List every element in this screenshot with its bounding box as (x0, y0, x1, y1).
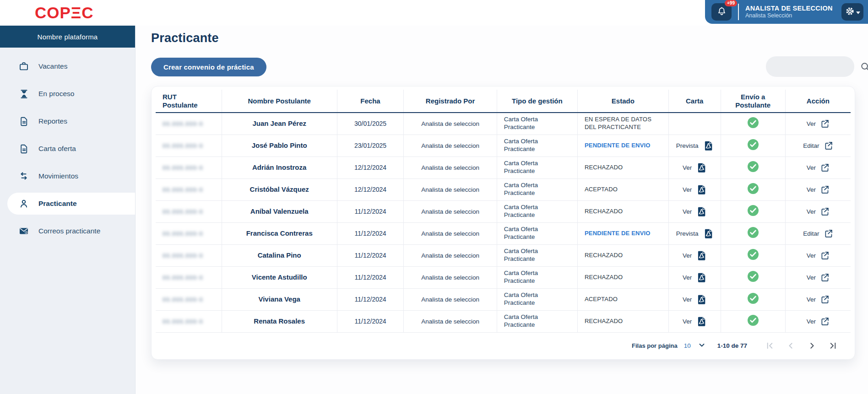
sidebar-item-carta-oferta[interactable]: Carta oferta (0, 135, 135, 162)
cell-rut: 88.888.888-8 (156, 200, 222, 222)
search-input[interactable] (766, 63, 860, 70)
ver-action-button[interactable]: Ver (786, 317, 851, 326)
check-circle-icon (747, 314, 759, 326)
accion-label[interactable]: Ver (807, 274, 816, 281)
table-row: 88.888.888-8Aníbal Valenzuela11/12/2024A… (156, 200, 851, 222)
accion-label[interactable]: Editar (803, 230, 819, 237)
external-link-icon[interactable] (820, 119, 830, 129)
carta-link[interactable]: Ver (669, 206, 721, 217)
postulante-name: Renata Rosales (254, 317, 305, 325)
cell-carta: Ver (668, 200, 721, 222)
sidebar-nav: VacantesEn procesoReportesCarta ofertaMo… (0, 48, 135, 245)
check-circle-icon (747, 270, 759, 282)
accion-label[interactable]: Ver (807, 252, 816, 259)
carta-link[interactable]: Prevista (669, 140, 721, 151)
cell-tipo-gestion: Carta Oferta Practicante (497, 310, 577, 332)
external-link-icon[interactable] (824, 229, 833, 238)
editar-action-button[interactable]: Editar (786, 229, 851, 238)
cell-accion: Ver (785, 178, 851, 200)
external-link-icon[interactable] (820, 273, 830, 282)
pdf-icon[interactable] (696, 272, 706, 283)
ver-action-button[interactable]: Ver (786, 185, 851, 194)
external-link-icon[interactable] (820, 163, 830, 173)
ver-action-button[interactable]: Ver (786, 251, 851, 260)
carta-label[interactable]: Ver (683, 296, 692, 303)
pdf-icon[interactable] (696, 294, 706, 305)
ver-action-button[interactable]: Ver (786, 273, 851, 282)
fecha-value: 11/12/2024 (355, 296, 386, 303)
carta-label[interactable]: Ver (683, 186, 692, 193)
cell-fecha: 11/12/2024 (337, 244, 404, 266)
carta-label[interactable]: Ver (683, 164, 692, 171)
fecha-value: 11/12/2024 (355, 230, 386, 237)
ver-action-button[interactable]: Ver (786, 163, 851, 173)
cell-nombre: Francisca Contreras (222, 222, 337, 244)
notifications-button[interactable]: +99 (711, 3, 732, 21)
carta-label[interactable]: Ver (683, 208, 692, 215)
sidebar-item-correos-practicante[interactable]: @Correos practicante (0, 217, 135, 245)
carta-label[interactable]: Prevista (676, 230, 699, 237)
external-link-icon[interactable] (820, 295, 830, 304)
column-header: Envío a Postulante (721, 90, 785, 113)
table-row: 88.888.888-8Catalina Pino11/12/2024Anali… (156, 244, 851, 266)
sidebar-item-label: Vacantes (38, 62, 67, 70)
accion-label[interactable]: Ver (807, 318, 816, 325)
carta-link[interactable]: Ver (669, 162, 721, 173)
carta-link[interactable]: Ver (669, 316, 721, 327)
carta-link[interactable]: Prevista (669, 228, 721, 239)
ver-action-button[interactable]: Ver (786, 295, 851, 304)
accion-label[interactable]: Ver (807, 120, 816, 127)
next-page-button[interactable] (807, 341, 817, 351)
pdf-icon[interactable] (696, 250, 706, 261)
sidebar-item-label: Carta oferta (38, 145, 76, 153)
pdf-icon[interactable] (703, 140, 713, 151)
create-agreement-button[interactable]: Crear convenio de práctica (151, 58, 266, 76)
pdf-icon[interactable] (696, 162, 706, 173)
ver-action-button[interactable]: Ver (786, 207, 851, 216)
external-link-icon[interactable] (820, 207, 830, 216)
settings-menu-button[interactable] (841, 3, 863, 21)
carta-link[interactable]: Ver (669, 250, 721, 261)
cell-fecha: 12/12/2024 (337, 157, 404, 178)
cell-accion: Editar (785, 135, 851, 157)
first-page-button[interactable] (765, 341, 775, 351)
external-link-icon[interactable] (820, 251, 830, 260)
carta-label[interactable]: Ver (683, 274, 692, 281)
external-link-icon[interactable] (820, 317, 830, 326)
cell-estado: PENDIENTE DE ENVIO (577, 222, 668, 244)
carta-label[interactable]: Ver (683, 252, 692, 259)
cell-accion: Ver (785, 310, 851, 332)
sidebar-item-movimientos[interactable]: Movimientos (0, 162, 135, 190)
column-header: Estado (577, 90, 668, 113)
pdf-icon[interactable] (696, 184, 706, 195)
pdf-icon[interactable] (696, 206, 706, 217)
accion-label[interactable]: Ver (807, 186, 816, 193)
carta-link[interactable]: Ver (669, 184, 721, 195)
carta-link[interactable]: Ver (669, 294, 721, 305)
cell-rut: 88.888.888-8 (156, 266, 222, 288)
external-link-icon[interactable] (824, 141, 833, 151)
pdf-icon[interactable] (696, 316, 706, 327)
sidebar-item-vacantes[interactable]: Vacantes (0, 53, 135, 80)
accion-label[interactable]: Editar (803, 142, 819, 149)
accion-label[interactable]: Ver (807, 164, 816, 171)
rows-per-page-select[interactable]: 10 (684, 341, 705, 351)
sidebar-item-en-proceso[interactable]: En proceso (0, 80, 135, 108)
pdf-icon[interactable] (703, 228, 713, 239)
last-page-button[interactable] (828, 341, 838, 351)
sidebar-item-practicante[interactable]: Practicante (7, 193, 135, 215)
accion-label[interactable]: Ver (807, 296, 816, 303)
accion-label[interactable]: Ver (807, 208, 816, 215)
editar-action-button[interactable]: Editar (786, 141, 851, 151)
search-icon[interactable] (860, 61, 868, 73)
table-row: 88.888.888-8José Pablo Pinto23/01/2025An… (156, 135, 851, 157)
cell-fecha: 12/12/2024 (337, 178, 404, 200)
carta-label[interactable]: Ver (683, 318, 692, 325)
sidebar-item-reportes[interactable]: Reportes (0, 108, 135, 135)
previous-page-button[interactable] (786, 341, 796, 351)
cell-estado: EN ESPERA DE DATOS DEL PRACTICANTE (577, 113, 668, 135)
carta-link[interactable]: Ver (669, 272, 721, 283)
carta-label[interactable]: Prevista (676, 142, 699, 149)
ver-action-button[interactable]: Ver (786, 119, 851, 129)
external-link-icon[interactable] (820, 185, 830, 194)
